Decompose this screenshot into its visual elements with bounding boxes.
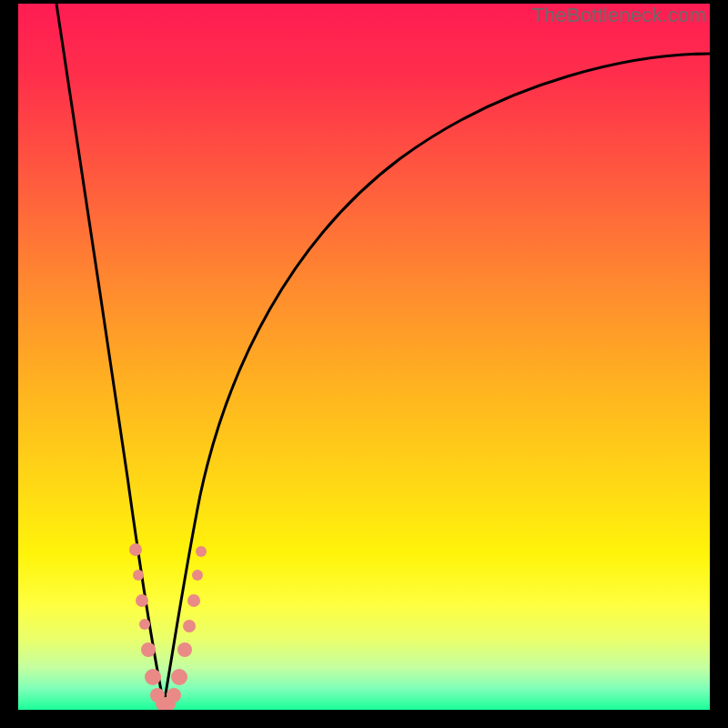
chart-svg	[18, 4, 710, 710]
svg-point-8	[167, 688, 181, 703]
svg-point-0	[129, 543, 142, 556]
chart-plot-area	[18, 4, 710, 710]
svg-point-12	[187, 594, 200, 607]
chart-frame: TheBottleneck.com	[0, 0, 728, 728]
svg-point-10	[177, 642, 192, 657]
watermark-text: TheBottleneck.com	[531, 4, 706, 27]
svg-point-1	[133, 570, 144, 581]
svg-point-5	[145, 669, 161, 685]
curve-right	[164, 54, 710, 704]
svg-point-2	[136, 594, 148, 607]
svg-point-11	[183, 620, 196, 632]
svg-point-14	[196, 546, 207, 557]
svg-point-13	[192, 570, 203, 581]
svg-point-9	[171, 669, 187, 685]
svg-point-4	[141, 642, 156, 657]
svg-point-3	[139, 619, 150, 630]
